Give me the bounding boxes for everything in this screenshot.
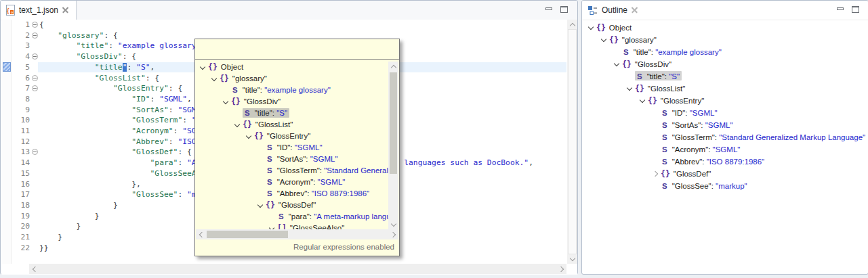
chevron-spacer: [652, 134, 661, 141]
tree-row[interactable]: {}"GlossEntry": [195, 131, 388, 142]
tree-item-key: "GlossTerm":: [277, 166, 325, 175]
tree-row[interactable]: S"GlossSee": "markup": [582, 179, 867, 191]
fold-collapse-icon[interactable]: [32, 149, 38, 155]
scroll-right-icon[interactable]: [559, 267, 564, 271]
tree-row[interactable]: {}"glossary": [195, 73, 388, 85]
string-icon: S: [622, 46, 630, 57]
scrollbar-thumb[interactable]: [207, 231, 288, 238]
scroll-down-icon[interactable]: [570, 256, 575, 261]
fold-collapse-icon[interactable]: [32, 32, 38, 39]
filter-input[interactable]: [195, 39, 399, 60]
tab-text-1-json[interactable]: { o text_1.json: [1, 1, 77, 20]
close-icon[interactable]: [632, 7, 638, 14]
close-icon[interactable]: [62, 7, 69, 14]
tree-row[interactable]: {}"GlossDef": [582, 167, 867, 179]
json-file-icon-brace: {: [7, 8, 9, 14]
tree-row[interactable]: S"Acronym": "SGML": [195, 177, 388, 188]
line-number: 3: [1, 41, 30, 51]
popup-vertical-scrollbar[interactable]: [388, 62, 398, 229]
popup-status-text: Regular expressions enabled: [195, 239, 399, 256]
object-icon: {}: [661, 168, 670, 179]
popup-horizontal-scrollbar[interactable]: [196, 229, 398, 239]
tree-item-value: "ISO 8879:1986": [312, 189, 370, 198]
scroll-left-icon[interactable]: [32, 267, 37, 271]
line-number: 14: [1, 158, 30, 168]
tree-item-key: "GlossList": [255, 120, 293, 129]
tree-item-value: "SGML": [318, 178, 346, 186]
tree-row[interactable]: {}"GlossDiv": [582, 57, 867, 70]
minimize-icon[interactable]: [837, 7, 844, 10]
tree-row[interactable]: S"Acronym": "SGML": [582, 143, 867, 155]
tree-row[interactable]: []"GlossSeeAlso": [195, 223, 388, 229]
line-number: 17: [1, 189, 30, 200]
scroll-left-icon[interactable]: [199, 232, 203, 237]
chevron-down-icon[interactable]: [626, 85, 635, 92]
tree-row[interactable]: S"SortAs": "SGML": [195, 154, 388, 165]
chevron-down-icon[interactable]: [639, 97, 648, 104]
code-line[interactable]: 1{: [1, 20, 566, 30]
scrollbar-thumb[interactable]: [568, 29, 577, 254]
tree-row[interactable]: {}"GlossDef": [195, 200, 388, 211]
tree-row[interactable]: S"SortAs": "SGML": [582, 118, 867, 131]
chevron-down-icon[interactable]: [211, 76, 220, 83]
line-number: 16: [1, 179, 30, 190]
tree-row[interactable]: {}"GlossList": [582, 82, 867, 94]
chevron-down-icon[interactable]: [600, 37, 609, 43]
popup-tree: {}Object{}"glossary"S"title": "example g…: [195, 62, 388, 229]
fold-collapse-icon[interactable]: [32, 85, 38, 91]
vertical-scrollbar[interactable]: [567, 20, 577, 264]
line-number: 1: [1, 20, 30, 30]
line-number: 18: [1, 200, 30, 211]
tree-row[interactable]: S"Abbrev": "ISO 8879:1986": [582, 155, 867, 167]
tree-row[interactable]: S"para": "A meta-markup language, used t…: [195, 211, 388, 223]
chevron-down-icon[interactable]: [222, 99, 231, 106]
tree-row[interactable]: {}"glossary": [582, 33, 867, 45]
fold-collapse-icon[interactable]: [32, 22, 38, 28]
tree-row[interactable]: {}"GlossEntry": [582, 94, 867, 106]
chevron-down-icon[interactable]: [613, 61, 622, 68]
chevron-down-icon[interactable]: [199, 64, 208, 71]
fold-collapse-icon[interactable]: [32, 75, 38, 81]
tree-row[interactable]: S"title": "S": [582, 70, 867, 82]
chevron-down-icon[interactable]: [587, 24, 596, 31]
tree-row[interactable]: {}"GlossDiv": [195, 96, 388, 108]
tree-item-value: "S": [669, 72, 680, 80]
tree-row[interactable]: S"ID": "SGML": [582, 106, 867, 118]
line-number: 10: [1, 115, 30, 126]
tree-item-value: "SGML": [705, 121, 733, 129]
scroll-up-icon[interactable]: [391, 64, 396, 69]
line-number: 15: [1, 168, 30, 179]
tree-item-value: "A meta-markup language, used to create …: [314, 212, 388, 221]
chevron-down-icon[interactable]: [234, 122, 243, 129]
fold-collapse-icon[interactable]: [32, 53, 38, 60]
tree-row[interactable]: S"ID": "SGML": [195, 142, 388, 154]
scroll-up-icon[interactable]: [570, 22, 575, 27]
line-number: 2: [1, 30, 30, 41]
chevron-down-icon[interactable]: [257, 202, 266, 209]
tree-row[interactable]: S"title": "S": [195, 108, 388, 119]
minimize-icon[interactable]: [545, 7, 552, 10]
tree-row[interactable]: S"title": "example glossary": [195, 85, 388, 96]
tree-row[interactable]: S"title": "example glossary": [582, 45, 867, 57]
maximize-icon[interactable]: [852, 6, 859, 13]
tab-label: text_1.json: [19, 5, 58, 15]
chevron-down-icon[interactable]: [245, 133, 254, 140]
scroll-down-icon[interactable]: [391, 222, 396, 227]
scroll-right-icon[interactable]: [391, 232, 396, 237]
scrollbar-thumb[interactable]: [390, 72, 397, 174]
object-icon: {}: [231, 96, 241, 108]
tree-row[interactable]: {}"GlossList": [195, 119, 388, 131]
chevron-right-icon[interactable]: [652, 170, 661, 177]
tree-row[interactable]: S"GlossTerm": "Standard Generalized Mark…: [195, 165, 388, 177]
tree-row[interactable]: {}Object: [195, 62, 388, 73]
tab-outline[interactable]: Outline: [582, 1, 645, 20]
tree-row[interactable]: S"Abbrev": "ISO 8879:1986": [195, 188, 388, 200]
line-number: 20: [1, 221, 30, 232]
chevron-spacer: [652, 146, 661, 153]
chevron-spacer: [652, 110, 661, 116]
tree-row[interactable]: S"GlossTerm": "Standard Generalized Mark…: [582, 131, 867, 143]
horizontal-scrollbar[interactable]: [29, 264, 566, 274]
maximize-icon[interactable]: [560, 6, 568, 13]
tree-row[interactable]: {}Object: [582, 21, 867, 33]
string-icon: S: [277, 211, 285, 223]
